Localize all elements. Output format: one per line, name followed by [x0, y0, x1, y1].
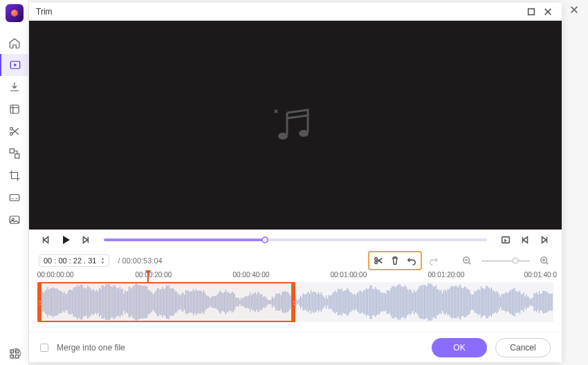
svg-point-16: [299, 130, 309, 137]
playhead-knob[interactable]: [261, 236, 268, 243]
sidebar-item-caption[interactable]: [0, 187, 29, 209]
skip-back-button[interactable]: [517, 232, 533, 247]
sidebar-item-home[interactable]: [0, 32, 29, 54]
step-back-button[interactable]: [39, 232, 54, 247]
delete-button[interactable]: [387, 253, 403, 268]
svg-rect-4: [10, 149, 14, 153]
svg-rect-6: [10, 195, 19, 201]
zoom-knob[interactable]: [513, 258, 519, 264]
time-ruler[interactable]: 00:00:00:00 00:00:20:00 00:00:40:00 00:0…: [37, 271, 553, 282]
dialog-minimize-button[interactable]: [523, 3, 540, 20]
ruler-tick: 00:00:20:00: [135, 271, 172, 279]
help-icon[interactable]: [10, 347, 22, 359]
svg-rect-14: [529, 8, 535, 15]
playhead-slider[interactable]: [104, 238, 487, 241]
tool-group-highlight: [368, 251, 422, 270]
timecode-bar: 00 : 00 : 22 . 31 ▲▼ / 00:00:53:04: [29, 250, 562, 271]
svg-point-19: [375, 261, 378, 264]
sidebar-item-download[interactable]: [0, 76, 29, 98]
app-logo[interactable]: [6, 4, 24, 22]
play-button[interactable]: [58, 232, 73, 247]
dialog-footer: Merge into one file OK Cancel: [29, 332, 562, 362]
dialog-close-button[interactable]: [540, 3, 556, 20]
selection-handle-left[interactable]: ⋮: [37, 283, 42, 321]
step-forward-button[interactable]: [77, 232, 93, 247]
svg-point-18: [375, 258, 378, 261]
dialog-titlebar: Trim: [29, 3, 562, 21]
svg-rect-1: [10, 105, 19, 113]
sidebar-item-trim[interactable]: [0, 120, 29, 142]
total-duration: / 00:00:53:04: [118, 256, 162, 265]
music-note-icon: [273, 106, 318, 144]
time-stepper[interactable]: ▲▼: [100, 256, 104, 265]
merge-checkbox[interactable]: [40, 344, 48, 352]
current-time-value: 00 : 00 : 22 . 31: [44, 256, 96, 265]
app-shell: Trim: [0, 0, 588, 365]
selection-handle-right[interactable]: ⋮: [291, 283, 295, 321]
selection-rect[interactable]: ⋮ ⋮: [37, 282, 295, 322]
sidebar-item-merge[interactable]: [0, 142, 29, 165]
ruler-tick: 00:01:40:0: [524, 271, 557, 279]
trim-dialog: Trim: [29, 3, 562, 362]
sidebar-item-crop[interactable]: [0, 165, 29, 187]
sidebar-item-compress[interactable]: [0, 98, 29, 120]
zoom-out-button[interactable]: [459, 253, 475, 268]
transport-bar: [29, 230, 562, 250]
zoom-slider[interactable]: [481, 260, 530, 262]
preview-area: [29, 21, 562, 230]
zoom-in-button[interactable]: [537, 253, 552, 268]
sidebar-item-convert[interactable]: [0, 54, 29, 76]
svg-point-15: [278, 133, 288, 140]
skip-forward-button[interactable]: [537, 232, 552, 247]
undo-button[interactable]: [403, 253, 420, 268]
ruler-tick: 00:01:20:00: [428, 271, 464, 279]
ruler-tick: 00:01:00:00: [330, 271, 367, 279]
ruler-tick: 00:00:00:00: [37, 271, 74, 279]
ruler-tick: 00:00:40:00: [232, 271, 269, 279]
sidebar-item-watermark[interactable]: [0, 209, 29, 231]
dialog-title: Trim: [36, 7, 523, 17]
merge-label: Merge into one file: [57, 343, 125, 353]
cancel-button[interactable]: Cancel: [495, 338, 551, 357]
svg-rect-5: [15, 154, 19, 158]
pip-button[interactable]: [498, 232, 513, 247]
waveform-timeline[interactable]: ⋮ ⋮: [37, 282, 553, 322]
redo-button[interactable]: [426, 253, 441, 268]
sidebar: [0, 0, 29, 365]
playhead-marker[interactable]: [145, 269, 151, 281]
cut-button[interactable]: [370, 253, 387, 268]
current-time-input[interactable]: 00 : 00 : 22 . 31 ▲▼: [39, 254, 109, 267]
ok-button[interactable]: OK: [432, 338, 487, 357]
